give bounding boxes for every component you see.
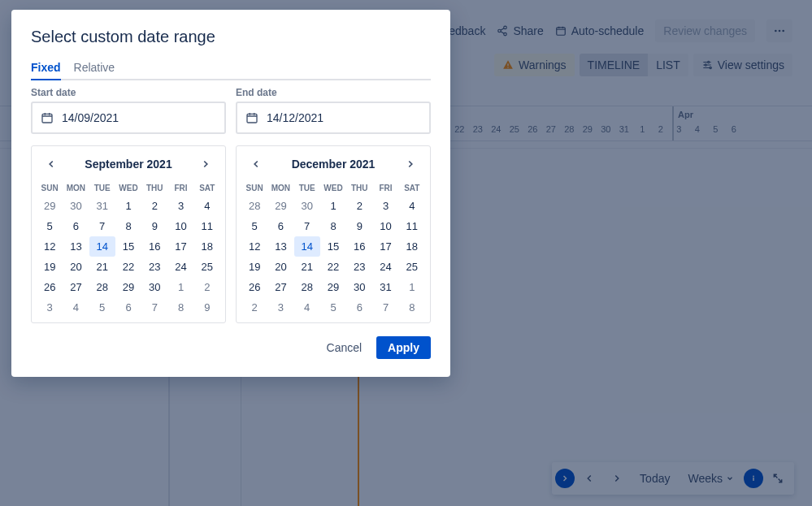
calendar-day[interactable]: 2 [241,297,267,318]
calendar-day[interactable]: 1 [399,277,425,297]
fullscreen-button[interactable] [765,465,791,491]
calendar-day[interactable]: 4 [399,196,425,216]
calendar-day[interactable]: 30 [141,277,167,297]
view-settings-button[interactable]: View settings [693,54,792,76]
calendar-day[interactable]: 1 [115,196,141,216]
calendar-day[interactable]: 16 [346,236,372,257]
calendar-day[interactable]: 28 [89,277,115,297]
calendar-day[interactable]: 7 [372,297,398,318]
calendar-day[interactable]: 26 [241,277,267,297]
calendar-day[interactable]: 29 [320,277,346,297]
next-month-button[interactable] [401,154,420,174]
calendar-day[interactable]: 2 [194,277,220,297]
zoom-level-dropdown[interactable]: Weeks [680,465,742,491]
calendar-day[interactable]: 5 [37,216,63,236]
calendar-day[interactable]: 6 [63,216,89,236]
calendar-day[interactable]: 17 [372,236,398,257]
review-changes-button[interactable]: Review changes [655,19,755,42]
calendar-day[interactable]: 8 [320,216,346,236]
calendar-day[interactable]: 20 [63,257,89,277]
calendar-day[interactable]: 7 [89,216,115,236]
calendar-day[interactable]: 2 [346,196,372,216]
calendar-day[interactable]: 18 [399,236,425,257]
calendar-day[interactable]: 19 [37,257,63,277]
calendar-day[interactable]: 8 [399,297,425,318]
calendar-day[interactable]: 25 [399,257,425,277]
calendar-day[interactable]: 29 [37,196,63,216]
calendar-day[interactable]: 21 [294,257,320,277]
calendar-day[interactable]: 27 [63,277,89,297]
calendar-day[interactable]: 1 [167,277,193,297]
calendar-day[interactable]: 3 [267,297,293,318]
calendar-day[interactable]: 28 [241,196,267,216]
today-button[interactable]: Today [632,465,678,491]
calendar-day[interactable]: 12 [37,236,63,257]
calendar-day[interactable]: 4 [194,196,220,216]
calendar-day[interactable]: 19 [241,257,267,277]
calendar-day[interactable]: 9 [194,297,220,318]
calendar-day[interactable]: 23 [346,257,372,277]
calendar-day[interactable]: 9 [141,216,167,236]
calendar-day[interactable]: 5 [89,297,115,318]
calendar-day[interactable]: 11 [399,216,425,236]
calendar-day[interactable]: 3 [372,196,398,216]
calendar-day[interactable]: 26 [37,277,63,297]
calendar-day[interactable]: 11 [194,216,220,236]
calendar-day[interactable]: 7 [141,297,167,318]
calendar-day[interactable]: 24 [167,257,193,277]
prev-month-button[interactable] [41,154,61,174]
calendar-day[interactable]: 15 [320,236,346,257]
calendar-day[interactable]: 4 [63,297,89,318]
calendar-day[interactable]: 13 [63,236,89,257]
calendar-day[interactable]: 8 [167,297,193,318]
calendar-day[interactable]: 16 [141,236,167,257]
help-legend-button[interactable] [744,469,763,488]
calendar-day[interactable]: 8 [115,216,141,236]
calendar-day[interactable]: 6 [346,297,372,318]
calendar-day[interactable]: 18 [194,236,220,257]
calendar-day[interactable]: 1 [320,196,346,216]
tab-relative[interactable]: Relative [74,61,115,79]
calendar-day[interactable]: 14 [294,236,320,257]
calendar-day[interactable]: 7 [294,216,320,236]
calendar-day[interactable]: 15 [115,236,141,257]
calendar-day[interactable]: 17 [167,236,193,257]
start-date-input[interactable]: 14/09/2021 [31,102,226,134]
scroll-right-button[interactable] [604,465,630,491]
calendar-day[interactable]: 21 [89,257,115,277]
calendar-day[interactable]: 28 [294,277,320,297]
calendar-day[interactable]: 5 [320,297,346,318]
share-link[interactable]: Share [497,24,543,37]
calendar-day[interactable]: 3 [37,297,63,318]
calendar-day[interactable]: 4 [294,297,320,318]
timeline-tab[interactable]: TIMELINE [580,54,649,76]
calendar-day[interactable]: 10 [372,216,398,236]
calendar-day[interactable]: 30 [63,196,89,216]
calendar-day[interactable]: 25 [194,257,220,277]
calendar-day[interactable]: 20 [267,257,293,277]
calendar-day[interactable]: 29 [115,277,141,297]
calendar-day[interactable]: 22 [115,257,141,277]
prev-month-button[interactable] [246,154,266,174]
calendar-day[interactable]: 6 [115,297,141,318]
calendar-day[interactable]: 10 [167,216,193,236]
calendar-day[interactable]: 24 [372,257,398,277]
more-actions-button[interactable] [766,19,792,42]
list-tab[interactable]: LIST [648,54,688,76]
calendar-day[interactable]: 29 [267,196,293,216]
calendar-day[interactable]: 22 [320,257,346,277]
calendar-day[interactable]: 3 [167,196,193,216]
calendar-day[interactable]: 13 [267,236,293,257]
calendar-day[interactable]: 31 [372,277,398,297]
calendar-day[interactable]: 31 [89,196,115,216]
scroll-left-button[interactable] [576,465,602,491]
calendar-day[interactable]: 12 [241,236,267,257]
calendar-day[interactable]: 30 [294,196,320,216]
calendar-day[interactable]: 6 [267,216,293,236]
calendar-day[interactable]: 23 [141,257,167,277]
apply-button[interactable]: Apply [376,336,431,359]
warnings-badge[interactable]: Warnings [494,54,575,76]
calendar-day[interactable]: 30 [346,277,372,297]
calendar-day[interactable]: 14 [89,236,115,257]
calendar-day[interactable]: 5 [241,216,267,236]
